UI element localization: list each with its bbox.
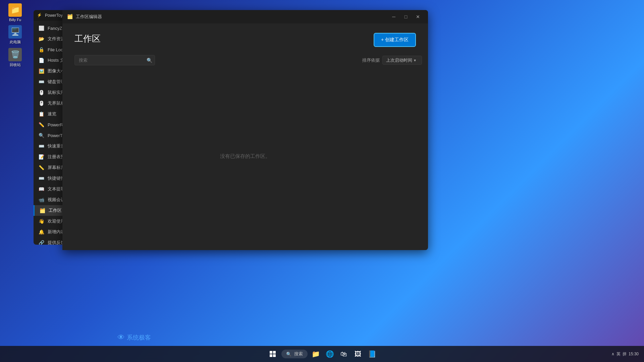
page-header: 工作区 + 创建工作区 [74,33,416,47]
main-window: 🗂️ 工作区编辑器 ─ □ ✕ 工作区 + 创建工作区 🔍 排序依据 上次启动时… [62,10,428,250]
file-resources-icon: 📂 [38,36,44,42]
input-label: 拼 [623,351,627,357]
video-conf-icon: 📹 [38,197,44,203]
workspaces-icon: 🗂️ [39,207,45,214]
text-extractor-icon: 📖 [38,186,44,192]
taskbar-search-bar[interactable]: 🔍 搜索 [281,350,308,358]
titlebar-left: 🗂️ 工作区编辑器 [67,14,102,20]
empty-message: 没有已保存的工作区。 [220,153,270,160]
fancy-zones-icon: ⬜ [38,25,44,31]
search-wrap: 🔍 [74,55,155,65]
page-title: 工作区 [74,33,101,45]
image-resize-icon: 🖼️ [38,68,44,74]
svg-rect-1 [273,351,276,354]
system-tray: ∧ 英 拼 15:30 [611,351,639,357]
shortcut-guide-icon: ⌨️ [38,175,44,181]
watermark-icon: 👁 [117,333,125,342]
main-titlebar: 🗂️ 工作区编辑器 ─ □ ✕ [62,10,428,23]
search-icon[interactable]: 🔍 [147,58,152,63]
screen-ruler-icon: 📏 [38,165,44,171]
keyboard-mgr-icon: ⌨️ [38,79,44,85]
desktop-icon-this-pc[interactable]: 🖥️ 此电脑 [3,25,27,45]
titlebar-title-text: 工作区编辑器 [76,14,102,20]
sort-label: 排序依据 [362,57,380,63]
close-button[interactable]: ✕ [413,12,423,21]
powertoys-title-text: PowerToys [45,13,65,18]
create-workspace-button[interactable]: + 创建工作区 [374,33,416,47]
desktop-icons: 📁 Billy Fu 🖥️ 此电脑 🗑️ 回收站 [3,3,27,67]
file-locksmith-icon: 🔒 [38,47,44,53]
taskbar: 🔍 搜索 📁 🌐 🛍 🖼 📘 ∧ 英 拼 15:30 [0,346,644,362]
taskbar-center: 🔍 搜索 📁 🌐 🛍 🖼 📘 [266,347,378,361]
empty-state: 没有已保存的工作区。 [74,72,416,241]
recycle-bin-label: 回收站 [10,62,21,67]
minimize-button[interactable]: ─ [388,12,399,21]
whats-new-icon: 🔔 [38,229,44,235]
billy-fu-label: Billy Fu [9,18,21,22]
lang-label: 英 [616,351,621,357]
desktop-icon-recycle-bin[interactable]: 🗑️ 回收站 [3,48,27,67]
quick-accent-icon: ⌨️ [38,143,44,149]
this-pc-label: 此电脑 [10,40,21,45]
powertoys-run-icon: 🔍 [38,132,44,138]
power-rename-icon: ✏️ [38,122,44,128]
titlebar-app-icon: 🗂️ [67,14,73,20]
desktop-icon-billy-fu[interactable]: 📁 Billy Fu [3,3,27,22]
mouse-utils-icon: 🖱️ [38,89,44,96]
taskbar-teams[interactable]: 📘 [366,348,378,360]
system-time: 15:30 [629,352,639,356]
speed-icon: 📋 [38,111,44,117]
mouse-without-borders-icon: 🖱️ [38,100,44,106]
taskbar-right: ∧ 英 拼 15:30 [611,351,639,357]
sort-row: 排序依据 上次启动时间 ▾ [362,56,416,65]
taskbar-file-explorer[interactable]: 📁 [310,348,322,360]
taskbar-store[interactable]: 🛍 [338,348,350,360]
taskbar-search-text: 搜索 [294,351,303,357]
this-pc-icon: 🖥️ [8,25,22,39]
maximize-button[interactable]: □ [400,12,411,21]
titlebar-controls: ─ □ ✕ [388,12,423,21]
feedback-icon: 🔗 [38,240,44,245]
taskbar-photos[interactable]: 🖼 [352,348,364,360]
svg-rect-0 [270,351,272,354]
watermark: 👁 系统极客 [117,333,151,342]
tray-expand-icon[interactable]: ∧ [611,352,614,356]
toolbar-row: 🔍 排序依据 上次启动时间 ▾ [74,55,416,65]
taskbar-search-icon: 🔍 [286,352,291,357]
start-button[interactable] [266,347,279,361]
recycle-bin-icon: 🗑️ [8,48,22,61]
search-input[interactable] [74,55,155,65]
registry-preview-icon: 📝 [38,154,44,160]
main-content: 工作区 + 创建工作区 🔍 排序依据 上次启动时间 ▾ 没有已保存的工作区。 [62,23,428,250]
svg-rect-3 [273,354,276,357]
sort-wrapper: 上次启动时间 ▾ [382,56,416,65]
taskbar-edge[interactable]: 🌐 [324,348,336,360]
watermark-text: 系统极客 [127,334,151,342]
svg-rect-2 [270,354,272,357]
workspaces-label: 工作区 [49,207,62,214]
hosts-icon: 📄 [38,57,44,63]
welcome-icon: 👋 [38,218,44,224]
speed-label: 速览 [48,111,56,117]
sort-select[interactable]: 上次启动时间 [382,56,422,65]
powertoys-app-icon: ⚡ [37,13,42,18]
billy-fu-icon: 📁 [8,3,22,17]
